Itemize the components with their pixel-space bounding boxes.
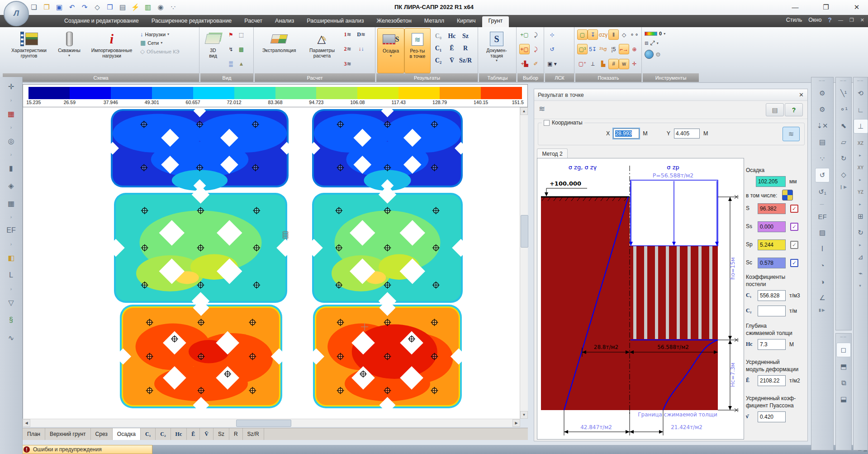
- plane-xz-icon[interactable]: XZ: [854, 136, 868, 150]
- result-mosaic-hc-button[interactable]: Hc: [445, 30, 459, 42]
- scroll-left-icon[interactable]: ◀: [23, 419, 30, 427]
- dimension-12-icon[interactable]: ⸪: [816, 152, 829, 165]
- scroll-down-icon[interactable]: ▼: [520, 411, 528, 419]
- component-value-sc[interactable]: 0.578: [758, 258, 786, 268]
- show-axes-icon[interactable]: ⌐→: [619, 44, 629, 54]
- new-document-icon[interactable]: ❏: [29, 2, 39, 12]
- errors-warnings-button[interactable]: ! Ошибки и предупреждения: [20, 445, 152, 454]
- flag-icon[interactable]: ⚑: [226, 29, 236, 40]
- view-tab-r[interactable]: R: [229, 428, 243, 440]
- components-palette-icon[interactable]: [782, 190, 793, 201]
- cube-blue-icon[interactable]: ⬓: [837, 392, 850, 406]
- open-file-icon[interactable]: ❐: [42, 2, 52, 12]
- more-icon[interactable]: ▸: [854, 201, 868, 207]
- rotate-green-icon[interactable]: ↺: [815, 168, 830, 182]
- node-1-icon[interactable]: ⚬¹: [837, 103, 850, 116]
- x-input[interactable]: 28.993: [613, 129, 639, 139]
- cube-stack-icon[interactable]: ⧉: [837, 376, 850, 390]
- result-mosaic-v-button[interactable]: V̄: [445, 54, 459, 67]
- c2-value[interactable]: [758, 306, 786, 316]
- axes-3-icon[interactable]: ⬉: [837, 119, 850, 133]
- apply-spring-button[interactable]: ≋: [783, 127, 800, 141]
- expand-arrow-icon[interactable]: ›: [4, 152, 19, 157]
- more-icon[interactable]: ▸: [854, 153, 868, 158]
- ef4-icon[interactable]: EF: [816, 210, 829, 223]
- scroll-right-icon[interactable]: ▶: [512, 419, 520, 427]
- show-plane-icon[interactable]: ⟂: [588, 59, 598, 69]
- view-tab-верхний-грунт[interactable]: Верхний грунт: [45, 428, 91, 440]
- drill-icon[interactable]: ↯: [226, 44, 236, 54]
- calc-parameters-button[interactable]: △✎ Параметры расчета: [303, 28, 342, 73]
- mesh-tool-icon[interactable]: ▦: [4, 196, 19, 210]
- component-checkbox-sp[interactable]: ✓: [790, 241, 798, 249]
- component-checkbox-sc[interactable]: ✓: [790, 259, 798, 267]
- tab-создание-и-редактирование[interactable]: Создание и редактирование: [58, 16, 145, 27]
- ribbon-restore-icon[interactable]: ❐: [849, 17, 854, 23]
- hc-value[interactable]: 7.3: [758, 339, 786, 350]
- tab-металл[interactable]: Металл: [418, 16, 451, 27]
- globe-settings-button[interactable]: ⚙: [645, 50, 694, 59]
- fragment-tool-icon[interactable]: ▦: [4, 107, 19, 120]
- tab-железобетон[interactable]: Железобетон: [370, 16, 417, 27]
- horizontal-scroll-thumb[interactable]: [236, 420, 291, 427]
- plan-canvas[interactable]: ▲ ▼: [23, 107, 528, 419]
- spring-1-icon[interactable]: 1≋: [342, 29, 353, 40]
- tab-грунт[interactable]: Грунт: [482, 16, 509, 27]
- show-load5-icon[interactable]: 5↧: [588, 44, 598, 54]
- brush-icon[interactable]: ✐: [531, 59, 541, 69]
- settlement-contour-map[interactable]: [23, 107, 521, 419]
- line-1-icon[interactable]: ╲¹: [837, 86, 850, 100]
- show-mosaic-icon[interactable]: ▙: [598, 59, 608, 69]
- sum-icon[interactable]: ⌁: [854, 267, 868, 280]
- rotate-axes-icon[interactable]: ⟲: [854, 86, 868, 100]
- settlement-value[interactable]: 102.205: [756, 176, 786, 187]
- spring-table-icon[interactable]: ≋: [539, 104, 545, 114]
- result-mosaic-r-button[interactable]: R: [459, 42, 472, 54]
- grid-plane-icon[interactable]: ⊞: [854, 210, 868, 223]
- result-mosaic-szr-button[interactable]: Sz/R: [459, 54, 472, 67]
- component-checkbox-s[interactable]: ✓: [790, 205, 798, 213]
- result-mosaic-c-button[interactable]: C₁: [432, 42, 445, 54]
- tab-расчет[interactable]: Расчет: [238, 16, 269, 27]
- panel-help-button[interactable]: ?: [785, 103, 803, 116]
- cube-hatch-icon[interactable]: ▨: [816, 226, 829, 239]
- show-water-icon[interactable]: w: [619, 59, 629, 69]
- show-plus-icon[interactable]: ▢⁺: [577, 59, 588, 69]
- expand-arrow-icon[interactable]: ›: [4, 286, 19, 292]
- show-load-plane-icon[interactable]: ↧: [588, 29, 598, 40]
- view-tab-hc[interactable]: Hc: [171, 428, 187, 440]
- view-tab-sz[interactable]: Sz: [213, 428, 229, 440]
- gear-pencil-icon[interactable]: ⚙: [816, 103, 829, 116]
- vertical-scrollbar[interactable]: ▲ ▼: [520, 107, 528, 419]
- collapse-bar-icon[interactable]: ❙▶: [837, 184, 850, 190]
- tab-кирпич[interactable]: Кирпич: [451, 16, 482, 27]
- quad-node-icon[interactable]: ◇: [837, 168, 850, 182]
- add-selected-icon[interactable]: +▢: [519, 44, 530, 54]
- view-3d-button[interactable]: 3D вид: [201, 28, 225, 73]
- swap-selection-icon[interactable]: ⤸: [531, 29, 541, 40]
- axes-plain-icon[interactable]: ∟: [854, 103, 868, 116]
- expand-arrow-icon[interactable]: ›: [4, 124, 19, 130]
- plane-2-icon[interactable]: ▱: [837, 135, 850, 149]
- spiral-tool-icon[interactable]: §: [4, 313, 19, 327]
- rotate-circle-icon[interactable]: ↻: [854, 226, 868, 239]
- ibeam-icon[interactable]: Ⅰ: [816, 242, 829, 256]
- y-input[interactable]: 4.405: [674, 129, 700, 139]
- nets-dropdown[interactable]: ▦Сети▾: [140, 39, 194, 46]
- component-value-ss[interactable]: 0.000: [758, 221, 786, 232]
- rotate-1-icon[interactable]: ↺₁: [816, 185, 829, 199]
- view-tab-c-[interactable]: C₂: [156, 428, 171, 440]
- e-value[interactable]: 2108.22: [758, 375, 786, 386]
- settlement-button[interactable]: S Осадка▾: [377, 28, 404, 73]
- view-tab-план[interactable]: План: [23, 428, 45, 440]
- spring-3-icon[interactable]: 3≋: [342, 59, 353, 69]
- loads-dropdown[interactable]: ↓Нагрузки▾: [140, 31, 194, 38]
- arrows-down-icon[interactable]: ↓↓: [356, 44, 366, 54]
- show-nodes12-icon[interactable]: ⚬⚬: [629, 29, 640, 40]
- cube-view-icon[interactable]: ◻: [836, 343, 851, 357]
- coordinates-checkbox[interactable]: [544, 120, 550, 126]
- terrain-icon[interactable]: ▲: [236, 59, 247, 69]
- l-tool-icon[interactable]: L: [4, 268, 19, 282]
- show-piles-icon[interactable]: ‖: [608, 29, 619, 40]
- spring-d-icon[interactable]: D≋: [356, 29, 366, 40]
